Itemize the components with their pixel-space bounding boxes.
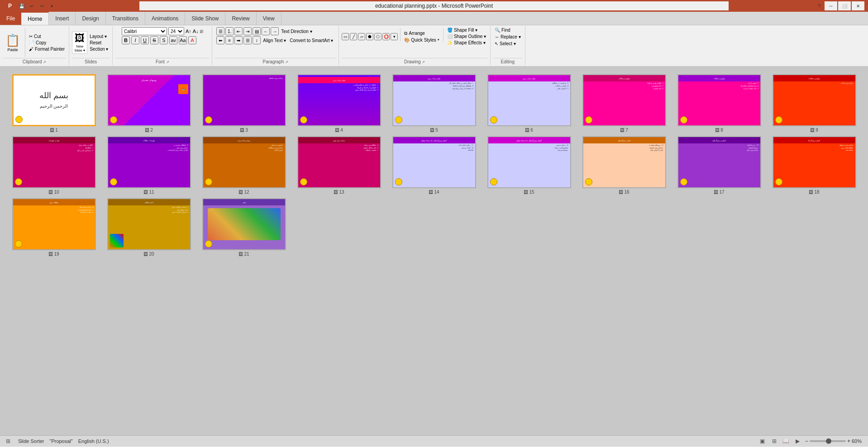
paragraph-expand-icon[interactable]: ↗ [285,60,288,64]
cut-button[interactable]: ✂ Cut [28,33,66,39]
help-btn[interactable]: ? [815,1,824,10]
slide-thumb-18[interactable]: اصول و ویژگی‌ها برنامه ریزی و موفق مطالع… [773,136,856,188]
tab-animations[interactable]: Animations [145,12,185,25]
minimize-btn[interactable]: ─ [825,1,837,10]
quick-redo-btn[interactable]: ↪ [37,1,46,10]
numbering-button[interactable]: 1. [225,27,234,35]
quick-styles-button[interactable]: 🎨 Quick Styles ▾ [403,37,441,43]
slide-thumb-12[interactable]: روش برنامه ریزی به صورت و معنی برنامه ری… [202,136,286,188]
reading-view-btn[interactable]: 📖 [782,437,791,445]
font-size-decrease-btn[interactable]: A↓ [193,29,199,34]
col-button[interactable]: ▤ [253,27,261,35]
slide-thumb-16[interactable]: اصل و ویژگی‌های ۱۶- روزهای جمعه به برنام… [582,136,666,188]
shape-btn-6[interactable]: ⭕ [382,33,390,40]
slide-thumb-6[interactable]: فواید برنامه ریزی ۴- پیشرفت در مطالعه ۵-… [487,74,571,126]
strikethrough-button[interactable]: S [150,36,158,44]
slideshow-view-btn[interactable]: ▶ [793,437,802,445]
convert-smartart-button[interactable]: Convert to SmartArt ▾ [288,38,334,43]
slide-thumb-9[interactable]: موانع و مشکلات برنامه ریزی ادامه... [773,74,856,126]
zoom-minus-btn[interactable]: − [805,438,808,444]
shape-effects-button[interactable]: ✨ Shape Effects ▾ [446,40,487,46]
copy-button[interactable]: 📄 Copy [28,40,66,46]
slide-thumb-17[interactable]: اصول و ویژگی‌های ۱۹- در برنامه‌ای روزانه… [677,136,761,188]
justify-button[interactable]: ☰ [243,36,252,44]
slide-thumb-15[interactable]: اصول و ویژگی‌های یک برنامه موفق ۱۴- برنا… [487,136,571,188]
quick-undo-btn[interactable]: ↩ [27,1,36,10]
slide-item-16[interactable]: اصل و ویژگی‌های ۱۶- روزهای جمعه به برنام… [578,136,670,195]
zoom-level-label[interactable]: 60% [852,438,864,444]
change-case-button[interactable]: Aa [179,36,187,44]
align-text-button[interactable]: Align Text ▾ [262,38,287,43]
slide-thumb-21[interactable]: پایان [202,198,286,250]
shape-btn-4[interactable]: ⬟ [366,33,373,40]
align-center-button[interactable]: ≡ [225,36,234,44]
shape-btn-5[interactable]: ⬡ [374,33,382,40]
tab-review[interactable]: Review [225,12,256,25]
arrange-button[interactable]: ⧉ Arrange [403,30,441,37]
slide-thumb-5[interactable]: فواید برنامه ریزی ۱- حفظ دانش در مقابل ش… [392,74,476,126]
select-button[interactable]: ↖ Select ▾ [493,41,517,47]
clipboard-expand-icon[interactable]: ↗ [43,60,46,64]
language-label[interactable]: English (U.S.) [78,438,109,444]
close-btn[interactable]: ✕ [852,1,864,10]
slide-thumb-11[interactable]: فهرست مطالب ۳- انعطاف پذیری دربرنامه ریز… [107,136,191,188]
tab-file[interactable]: File [0,12,21,25]
tab-home[interactable]: Home [21,12,49,25]
slide-thumb-1[interactable]: بسم اللهالرحمن الرحیم [12,74,96,126]
proposal-tab-label[interactable]: "Proposal" [49,438,72,444]
slide-item-11[interactable]: فهرست مطالب ۳- انعطاف پذیری دربرنامه ریز… [103,136,195,195]
slide-thumb-10[interactable]: تهیه و فهرست کامل در برنامه ریزی ۱- انتظ… [12,136,96,188]
quick-customize-btn[interactable]: ▾ [47,1,56,10]
font-expand-icon[interactable]: ↗ [166,60,169,64]
zoom-slider[interactable] [810,440,846,442]
tab-view[interactable]: View [257,12,281,25]
slide-item-8[interactable]: موانع و مشکلات ۴- ضعف اراده ۵- عدم شناسا… [673,74,765,133]
bullets-button[interactable]: ☰ [216,27,224,35]
slide-item-20[interactable]: ادامه مطالب ۱- سخت و تفاوت بشاز حد مهمان… [103,198,195,257]
slide-thumb-3[interactable]: برنامه ریزی تحصیلی [202,74,286,126]
slide-item-21[interactable]: پایان 🖼 21 [198,198,290,257]
layout-button[interactable]: Layout ▾ [88,33,110,39]
reset-button[interactable]: Reset [88,40,110,46]
slide-item-10[interactable]: تهیه و فهرست کامل در برنامه ریزی ۱- انتظ… [8,136,100,195]
shadow-button[interactable]: S [160,36,168,44]
italic-button[interactable]: I [131,36,139,44]
font-size-select[interactable]: 24 [168,27,184,35]
shape-fill-button[interactable]: 🪣 Shape Fill ▾ [446,27,487,33]
slide-thumb-2[interactable]: روشهای تحصیلی 📚 [107,74,191,126]
clear-format-btn[interactable]: ⎚ [200,29,203,34]
tab-insert[interactable]: Insert [49,12,76,25]
slide-item-19[interactable]: مطالعه موثر ۵- زیادی تربیت شو ۶- هو که م… [8,198,100,257]
slide-sorter-view-btn[interactable]: ⊞ [4,437,13,445]
slide-thumb-14[interactable]: اصول و ویژگی‌های یک برنامه موفق ۱۱- رعای… [392,136,476,188]
slide-thumb-19[interactable]: مطالعه موثر ۵- زیادی تربیت شو ۶- هو که م… [12,198,96,250]
line-spacing-button[interactable]: ↕ [253,36,261,44]
bold-button[interactable]: B [122,36,130,44]
slide-thumb-20[interactable]: ادامه مطالب ۱- سخت و تفاوت بشاز حد مهمان… [107,198,191,250]
underline-button[interactable]: U [141,36,149,44]
slide-item-17[interactable]: اصول و ویژگی‌های ۱۹- در برنامه‌ای روزانه… [673,136,765,195]
shape-btn-2[interactable]: ╱ [350,33,357,40]
slide-item-9[interactable]: موانع و مشکلات برنامه ریزی ادامه... 🖼 9 [768,74,860,133]
slide-sorter-view-btn2[interactable]: ⊞ [770,437,779,445]
slide-item-13[interactable]: برنامه ریزی موثر ۸- مطالعه بین برنامه ۹-… [293,136,385,195]
slide-thumb-4[interactable]: فواید برنامه ریزی: ۱- حفاظت از دانش و تن… [297,74,381,126]
slide-item-12[interactable]: روش برنامه ریزی به صورت و معنی برنامه ری… [198,136,290,195]
replace-button[interactable]: ↔ Replace ▾ [493,34,522,40]
font-family-select[interactable]: Calibri [122,27,167,35]
slide-item-7[interactable]: موانع و مشکلات ۱- واقف نبودن بر اهرا... … [578,74,670,133]
zoom-thumb[interactable] [826,438,831,444]
slide-thumb-8[interactable]: موانع و مشکلات ۴- ضعف اراده ۵- عدم شناسا… [677,74,761,126]
font-size-increase-btn[interactable]: A↑ [186,29,191,34]
ltr-button[interactable]: ← [262,27,270,35]
tab-transitions[interactable]: Transitions [106,12,145,25]
zoom-plus-btn[interactable]: + [847,438,850,444]
drawing-expand-icon[interactable]: ↗ [422,60,425,64]
section-button[interactable]: Section ▾ [88,46,110,52]
format-painter-button[interactable]: 🖌 Format Painter [28,46,66,52]
shape-btn-1[interactable]: ▭ [342,33,349,40]
slide-item-15[interactable]: اصول و ویژگی‌های یک برنامه موفق ۱۴- برنا… [483,136,575,195]
office-logo[interactable]: P [4,1,16,10]
slide-thumb-7[interactable]: موانع و مشکلات ۱- واقف نبودن بر اهرا... … [582,74,666,126]
slide-item-2[interactable]: روشهای تحصیلی 📚 🖼 2 [103,74,195,133]
